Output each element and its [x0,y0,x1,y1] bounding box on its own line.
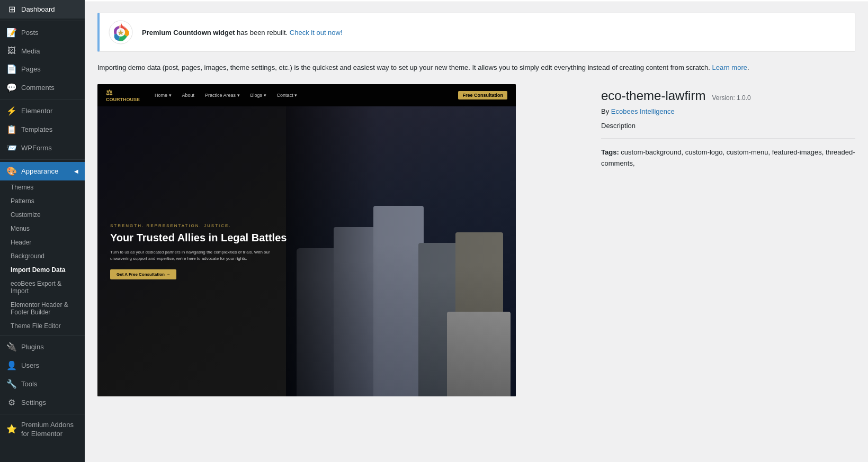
theme-preview: ⚖ COURTHOUSE Home ▾ About Practice Areas… [97,84,588,396]
content-wrap: Premium Countdown widget has been rebuil… [85,2,868,407]
pages-icon: 📄 [6,64,17,74]
preview-hero-body: Turn to us as your dedicated partners in… [110,249,290,262]
theme-info-panel: eco-theme-lawfirm Version: 1.0.0 By Ecob… [601,84,855,169]
comments-icon: 💬 [6,83,17,93]
theme-tags: Tags: custom-background, custom-logo, cu… [601,147,855,169]
sidebar-item-templates[interactable]: 📋 Templates [0,120,85,139]
theme-by: By Ecobees Intelligence [601,107,855,115]
plugins-icon: 🔌 [6,342,17,352]
preview-nav-home: Home ▾ [155,93,172,98]
theme-description-label: Description [601,122,855,130]
tools-icon: 🔧 [6,379,17,389]
theme-preview-image: ⚖ COURTHOUSE Home ▾ About Practice Areas… [97,84,516,396]
preview-scene: ⚖ COURTHOUSE Home ▾ About Practice Areas… [97,84,516,396]
people-container [286,106,516,396]
theme-author-link[interactable]: Ecobees Intelligence [611,107,675,115]
learn-more-link[interactable]: Learn more [712,64,747,71]
sidebar-item-wpforms[interactable]: 📨 WPForms [0,139,85,157]
plugin-logo [108,20,133,45]
theme-name: eco-theme-lawfirm [601,88,705,103]
sidebar-item-elementor[interactable]: ⚡ Elementor [0,102,85,120]
preview-nav-practice: Practice Areas ▾ [205,93,240,98]
notice-suffix: has been rebuilt. [235,29,288,37]
sidebar-item-settings[interactable]: ⚙ Settings [0,393,85,412]
main-content: Premium Countdown widget has been rebuil… [85,0,868,462]
elementor-icon: ⚡ [6,106,17,116]
sidebar-label-pages: Pages [21,65,41,73]
notice-text: Premium Countdown widget has been rebuil… [142,29,343,37]
sidebar-label-posts: Posts [21,29,39,37]
sidebar-label-premium-addons: Premium Addons for Elementor [21,421,78,439]
preview-nav-logo: ⚖ COURTHOUSE [106,88,140,102]
sidebar-item-dashboard[interactable]: ⊞ Dashboard [0,0,85,19]
sidebar-label-templates: Templates [21,125,52,133]
sidebar-item-posts[interactable]: 📝 Posts [0,23,85,42]
sidebar-item-pages[interactable]: 📄 Pages [0,60,85,78]
premium-addons-icon: ⭐ [6,424,17,435]
sub-background[interactable]: Background [0,249,85,263]
preview-hero-text: Strength. Representation. Justice. Your … [110,223,290,279]
sidebar-label-appearance: Appearance [21,167,58,175]
preview-hero-title: Your Trusted Allies in Legal Battles [110,231,290,244]
users-icon: 👤 [6,360,17,370]
appearance-icon: 🎨 [6,166,17,176]
sidebar-label-elementor: Elementor [21,107,52,115]
sub-ecobees-export[interactable]: ecoBees Export & Import [0,277,85,298]
preview-hero: Strength. Representation. Justice. Your … [97,106,516,396]
sub-import-demo-data[interactable]: Import Demo Data [0,263,85,277]
sub-patterns[interactable]: Patterns [0,194,85,208]
import-desc-text: Importing demo data (post, pages, images… [97,64,710,71]
people-gradient [286,106,516,396]
sidebar-item-media[interactable]: 🖼 Media [0,42,85,60]
theme-tags-values: custom-background, custom-logo, custom-m… [601,148,855,167]
preview-nav-blogs: Blogs ▾ [250,93,266,98]
preview-hero-sub: Strength. Representation. Justice. [110,223,290,228]
sidebar-item-premium-addons[interactable]: ⭐ Premium Addons for Elementor [0,416,85,443]
theme-version: Version: 1.0.0 [712,94,750,102]
sub-header[interactable]: Header [0,235,85,249]
sidebar-item-plugins[interactable]: 🔌 Plugins [0,338,85,356]
sub-theme-file-editor[interactable]: Theme File Editor [0,319,85,333]
preview-nav-cta: Free Consultation [458,91,507,99]
preview-nav-about: About [182,93,195,98]
sidebar-label-media: Media [21,47,40,55]
appearance-collapse-icon: ◀ [74,168,78,174]
theme-tags-label: Tags: [601,148,619,156]
sub-customize[interactable]: Customize [0,208,85,222]
dashboard-icon: ⊞ [6,4,17,14]
notice-link[interactable]: Check it out now! [290,29,343,37]
sidebar-item-appearance[interactable]: 🎨 Appearance ◀ [0,162,85,180]
sub-menus[interactable]: Menus [0,222,85,235]
posts-icon: 📝 [6,28,17,38]
settings-icon: ⚙ [6,397,17,407]
sidebar-label-wpforms: WPForms [21,144,52,152]
wpforms-icon: 📨 [6,143,17,153]
sidebar-label-plugins: Plugins [21,343,44,351]
sidebar-item-tools[interactable]: 🔧 Tools [0,375,85,393]
sidebar-label-settings: Settings [21,398,46,406]
notice-bold: Premium Countdown widget [142,29,235,37]
sidebar-item-comments[interactable]: 💬 Comments [0,78,85,97]
notice-banner: Premium Countdown widget has been rebuil… [97,13,855,52]
sub-elementor-header-footer[interactable]: Elementor Header & Footer Builder [0,298,85,319]
sub-themes[interactable]: Themes [0,180,85,194]
divider [601,138,855,139]
two-column-layout: ⚖ COURTHOUSE Home ▾ About Practice Areas… [97,84,855,396]
sidebar-item-users[interactable]: 👤 Users [0,356,85,375]
templates-icon: 📋 [6,124,17,134]
theme-title-row: eco-theme-lawfirm Version: 1.0.0 [601,88,855,103]
sidebar-label-tools: Tools [21,380,37,388]
sidebar-label-dashboard: Dashboard [21,5,55,13]
sidebar-label-users: Users [21,361,39,369]
preview-nav: ⚖ COURTHOUSE Home ▾ About Practice Areas… [97,84,516,106]
import-description: Importing demo data (post, pages, images… [97,62,855,74]
media-icon: 🖼 [6,46,17,56]
preview-nav-contact: Contact ▾ [277,93,298,98]
preview-hero-btn: Get A Free Consultation → [110,269,176,279]
sidebar: ⊞ Dashboard 📝 Posts 🖼 Media 📄 Pages 💬 Co… [0,0,85,462]
theme-by-label: By [601,107,609,115]
sidebar-label-comments: Comments [21,84,55,92]
